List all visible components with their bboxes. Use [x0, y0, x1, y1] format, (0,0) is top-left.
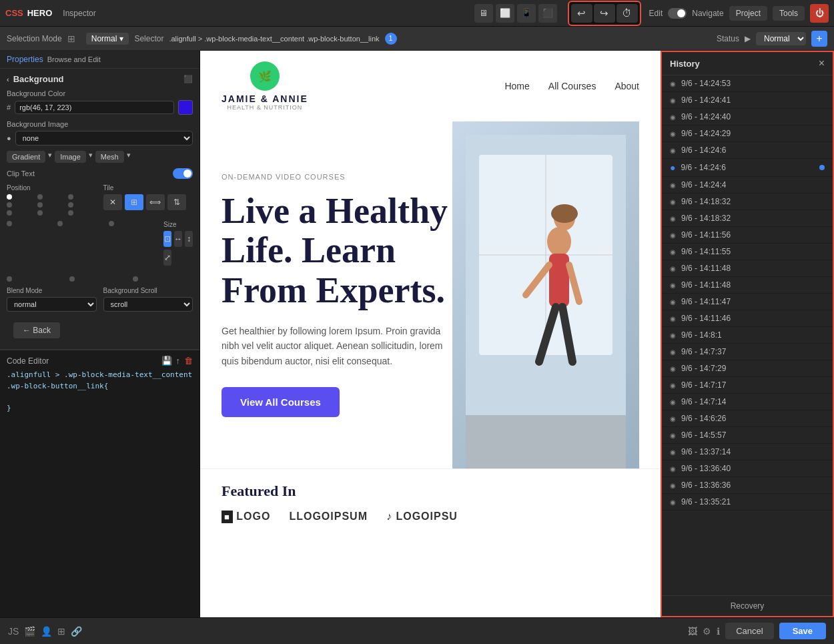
history-time: 9/6 - 14:24:4 [681, 180, 726, 190]
tools-button[interactable]: Tools [773, 6, 805, 21]
history-item[interactable]: ◉9/6 - 14:6:26 [662, 410, 833, 427]
size-full-button[interactable]: ⤢ [163, 250, 171, 266]
js-icon[interactable]: JS [8, 626, 19, 637]
color-swatch[interactable] [178, 100, 193, 115]
pos-dot-6[interactable] [7, 210, 12, 216]
pos2-dot-0[interactable] [7, 221, 12, 226]
history-item[interactable]: ◉9/6 - 14:11:47 [662, 294, 833, 310]
device-custom-icon[interactable]: ⬛ [538, 4, 557, 23]
cancel-button[interactable]: Cancel [725, 623, 773, 639]
history-item[interactable]: ◉9/6 - 14:5:57 [662, 427, 833, 444]
gradient-button[interactable]: Gradient [7, 151, 45, 163]
bg-scroll-select[interactable]: scroll [103, 297, 193, 312]
device-mobile-icon[interactable]: 📱 [517, 4, 536, 23]
tile-h-button[interactable]: ⟺ [146, 194, 165, 210]
history-item[interactable]: ◉9/6 - 14:8:1 [662, 327, 833, 344]
pos-dot-7[interactable] [37, 210, 43, 216]
position-section: Position [7, 184, 97, 216]
video-icon[interactable]: 🎬 [24, 626, 35, 637]
mesh-button[interactable]: Mesh [95, 151, 124, 163]
pos-dot-8[interactable] [68, 210, 73, 216]
gradient-arrow: ▾ [48, 151, 52, 163]
photo-icon[interactable]: 🖼 [688, 626, 697, 637]
size-cover-button[interactable]: ↔ [174, 231, 182, 247]
history-item[interactable]: ◉9/6 - 14:18:32 [662, 210, 833, 227]
pos-dot-5[interactable] [68, 202, 73, 208]
device-icons: 🖥 ⬜ 📱 ⬛ [474, 4, 557, 23]
power-button[interactable]: ⏻ [810, 4, 829, 23]
grid-icon[interactable]: ⊞ [57, 626, 65, 637]
history-item[interactable]: ◉9/6 - 13:35:21 [662, 494, 833, 511]
info-icon[interactable]: ℹ [717, 626, 720, 637]
image-button[interactable]: Image [55, 151, 86, 163]
pos-dot-3[interactable] [7, 202, 12, 208]
pos-dot-0[interactable] [7, 194, 12, 200]
edit-toggle[interactable] [668, 8, 687, 19]
history-dot-icon: ◉ [670, 97, 676, 104]
pos3-dot-0[interactable] [7, 276, 12, 282]
tile-grid-button[interactable]: ⊞ [125, 194, 143, 210]
bg-color-input[interactable] [15, 101, 174, 114]
pos-dot-1[interactable] [37, 194, 43, 200]
blend-mode-select[interactable]: normal [7, 297, 97, 312]
device-desktop-icon[interactable]: 🖥 [474, 4, 493, 23]
history-item[interactable]: ◉9/6 - 13:36:36 [662, 477, 833, 494]
size-contain-button[interactable]: ⊡ [163, 231, 171, 247]
pos3-dot-2[interactable] [133, 276, 138, 282]
mode-selector[interactable]: Normal ▾ [86, 33, 129, 45]
history-item[interactable]: ◉9/6 - 14:24:40 [662, 109, 833, 125]
history-item[interactable]: ◉9/6 - 14:7:37 [662, 344, 833, 360]
pos2-dot-2[interactable] [109, 221, 114, 226]
clip-text-toggle[interactable] [173, 168, 193, 179]
history-time: 9/6 - 14:7:14 [681, 397, 726, 406]
history-item[interactable]: ◉9/6 - 14:24:41 [662, 92, 833, 109]
project-button[interactable]: Project [729, 6, 767, 21]
history-item[interactable]: ◉9/6 - 14:11:55 [662, 244, 833, 260]
bg-image-select[interactable]: none [15, 131, 193, 145]
history-button[interactable]: ⏱ [616, 4, 638, 23]
person-icon[interactable]: 👤 [41, 626, 52, 637]
pos-dot-4[interactable] [37, 202, 43, 208]
inspector-label: Inspector [63, 9, 95, 18]
view-all-courses-button[interactable]: View All Courses [222, 387, 340, 417]
code-save-icon[interactable]: 💾 [161, 356, 172, 366]
settings-icon[interactable]: ⚙ [703, 626, 711, 637]
history-item[interactable]: ◉9/6 - 14:18:32 [662, 194, 833, 210]
nav-about[interactable]: About [614, 81, 639, 91]
history-item[interactable]: ●9/6 - 14:24:6 [662, 159, 833, 177]
undo-button[interactable]: ↩ [571, 4, 592, 23]
save-button[interactable]: Save [779, 623, 826, 639]
add-selector-button[interactable]: + [811, 31, 827, 47]
history-item[interactable]: ◉9/6 - 14:11:56 [662, 227, 833, 244]
device-tablet-icon[interactable]: ⬜ [496, 4, 514, 23]
history-item[interactable]: ◉9/6 - 14:7:29 [662, 360, 833, 377]
back-button[interactable]: ← Back [13, 322, 60, 338]
history-item[interactable]: ◉9/6 - 13:37:14 [662, 444, 833, 460]
tile-v-button[interactable]: ⇅ [167, 194, 186, 210]
redo-button[interactable]: ↪ [594, 4, 615, 23]
history-item[interactable]: ◉9/6 - 14:11:48 [662, 260, 833, 277]
code-share-icon[interactable]: ↑ [176, 356, 181, 366]
link-icon[interactable]: 🔗 [71, 626, 82, 637]
nav-courses[interactable]: All Courses [548, 81, 596, 91]
tile-none-button[interactable]: ✕ [103, 194, 122, 210]
nav-home[interactable]: Home [504, 81, 529, 91]
code-delete-icon[interactable]: 🗑 [184, 356, 193, 366]
history-item[interactable]: ◉9/6 - 14:24:29 [662, 125, 833, 142]
properties-link[interactable]: Properties [7, 55, 43, 64]
history-item[interactable]: ◉9/6 - 14:7:17 [662, 377, 833, 394]
history-item[interactable]: ◉9/6 - 13:36:40 [662, 460, 833, 477]
history-item[interactable]: ◉9/6 - 14:24:4 [662, 177, 833, 194]
size-label: Size [163, 221, 193, 228]
history-close-button[interactable]: × [819, 57, 825, 69]
history-item[interactable]: ◉9/6 - 14:11:46 [662, 310, 833, 327]
history-item[interactable]: ◉9/6 - 14:7:14 [662, 394, 833, 410]
history-item[interactable]: ◉9/6 - 14:11:48 [662, 277, 833, 294]
status-selector[interactable]: Normal [756, 32, 806, 45]
history-item[interactable]: ◉9/6 - 14:24:53 [662, 75, 833, 92]
pos-dot-2[interactable] [68, 194, 73, 200]
history-item[interactable]: ◉9/6 - 14:24:6 [662, 142, 833, 159]
size-custom-button[interactable]: ↕ [185, 231, 193, 247]
pos3-dot-1[interactable] [69, 276, 75, 282]
pos2-dot-1[interactable] [57, 221, 63, 226]
